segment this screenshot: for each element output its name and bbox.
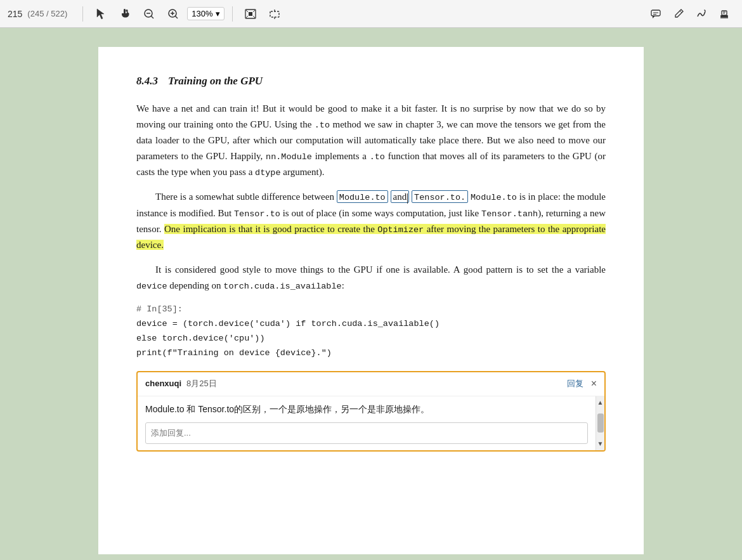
toolbar-right-icons	[646, 4, 734, 24]
paragraph-1: We have a net and can train it! But it w…	[136, 101, 606, 180]
paragraph-2: There is a somewhat subtle difference be…	[136, 189, 606, 253]
comment-icon	[650, 8, 661, 20]
svg-line-3	[151, 16, 153, 18]
code-tensor-tanh: Tensor.tanh	[481, 209, 538, 219]
fit-page-button[interactable]	[240, 4, 261, 24]
section-heading: 8.4.3 Training on the GPU	[136, 72, 606, 89]
module-to-highlight: Module.to	[337, 190, 388, 203]
hand-icon	[119, 8, 131, 20]
comment-author: chenxuqi	[145, 377, 181, 391]
pencil-icon	[673, 8, 684, 20]
code-dtype: dtype	[255, 168, 281, 178]
comment-reply-input[interactable]	[145, 422, 588, 444]
comment-content: Module.to 和 Tensor.to的区别，一个是原地操作，另一个是非原地…	[138, 396, 596, 450]
code-line-1: # In[35]:	[136, 303, 606, 317]
pencil-button[interactable]	[668, 4, 689, 24]
code-to-1: .to	[315, 120, 330, 130]
scrollbar-thumb[interactable]	[597, 413, 604, 433]
code-optimizer: Optimizer	[377, 225, 424, 235]
code-nn-module: nn.Module	[266, 152, 312, 162]
selection-rect-button[interactable]	[264, 4, 285, 24]
zoom-out-icon	[143, 8, 155, 20]
scrollbar-down-arrow[interactable]: ▼	[597, 439, 604, 449]
select-tool-button[interactable]	[91, 4, 111, 24]
page-count: (245 / 522)	[27, 9, 67, 18]
zoom-select[interactable]: 130% ▾	[187, 7, 224, 20]
code-line-2: device = (torch.device('cuda') if torch.…	[136, 317, 606, 332]
code-device: device	[136, 282, 167, 291]
paragraph-3: It is considered good style to move thin…	[136, 262, 606, 294]
comment-scrollbar: ▲ ▼	[596, 396, 604, 450]
comment-box: chenxuqi 8月25日 回复 × Module.to 和 Tensor.t…	[136, 371, 606, 452]
page-number: 215	[8, 9, 22, 19]
zoom-out-button[interactable]	[139, 4, 159, 24]
comment-header: chenxuqi 8月25日 回复 ×	[138, 372, 604, 396]
code-tensor-to-2: Tensor.to	[234, 209, 280, 219]
comment-text: Module.to 和 Tensor.to的区别，一个是原地操作，另一个是非原地…	[138, 396, 596, 422]
scrollbar-up-arrow[interactable]: ▲	[597, 398, 604, 408]
code-cuda-available: torch.cuda.is_available	[223, 282, 341, 291]
comment-button[interactable]	[646, 4, 666, 24]
toolbar-divider-2	[232, 6, 233, 22]
selection-rect-icon	[269, 8, 280, 20]
comment-reply-link[interactable]: 回复	[567, 377, 583, 391]
draw-button[interactable]	[691, 4, 712, 24]
comment-date: 8月25日	[186, 377, 567, 391]
select-icon	[95, 8, 107, 20]
stamp-button[interactable]	[714, 4, 734, 24]
svg-rect-9	[249, 12, 252, 16]
and-word-highlight: and	[391, 190, 410, 203]
comment-close-button[interactable]: ×	[591, 379, 597, 389]
code-block: # In[35]: device = (torch.device('cuda')…	[136, 303, 606, 361]
document-page: 8.4.3 Training on the GPU We have a net …	[98, 47, 644, 554]
page-info: 215 (245 / 522)	[8, 9, 67, 19]
svg-line-7	[175, 16, 178, 18]
comment-reply-area	[138, 422, 596, 450]
zoom-in-icon	[167, 8, 179, 20]
code-line-3: else torch.device('cpu'))	[136, 332, 606, 346]
highlighted-sentence: One implication is that it is good pract…	[136, 224, 606, 250]
toolbar: 215 (245 / 522) 1	[0, 0, 742, 28]
zoom-group: 130% ▾	[187, 7, 224, 20]
text-cursor	[407, 193, 408, 204]
code-module-to-2: Module.to	[471, 193, 517, 202]
section-title: Training on the GPU	[168, 72, 263, 89]
section-number: 8.4.3	[136, 72, 158, 89]
svg-line-21	[680, 11, 682, 13]
draw-icon	[696, 8, 707, 20]
code-line-4: print(f"Training on device {device}.")	[136, 346, 606, 361]
toolbar-divider-1	[82, 6, 83, 22]
zoom-value: 130%	[192, 9, 212, 18]
comment-body-area: Module.to 和 Tensor.to的区别，一个是原地操作，另一个是非原地…	[138, 396, 604, 450]
fit-page-icon	[244, 8, 257, 20]
stamp-icon	[719, 8, 730, 20]
tensor-to-highlight: Tensor.to.	[412, 190, 468, 203]
svg-rect-14	[270, 11, 279, 17]
svg-marker-0	[97, 9, 104, 19]
code-to-2: .to	[370, 152, 385, 162]
content-area: 8.4.3 Training on the GPU We have a net …	[0, 28, 742, 560]
hand-tool-button[interactable]	[115, 4, 135, 24]
zoom-in-button[interactable]	[163, 4, 183, 24]
chevron-down-icon: ▾	[216, 9, 220, 18]
